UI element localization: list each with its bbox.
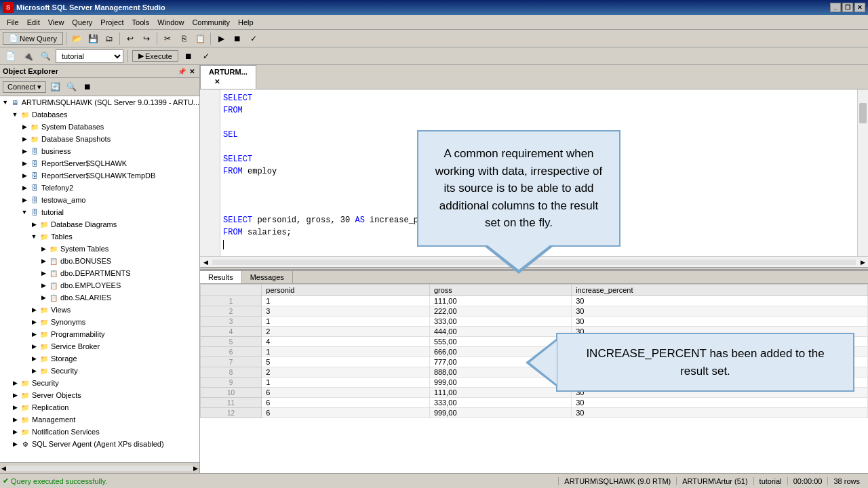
scroll-left-icon[interactable]: ◀ [1, 465, 6, 472]
oe-close-button[interactable]: ✕ [187, 66, 197, 76]
new-query-button[interactable]: 📄 New Query [3, 32, 63, 45]
expand-icon-reportserver[interactable]: ▶ [20, 159, 28, 167]
restore-button[interactable]: ❐ [842, 3, 853, 12]
tree-item-snapshots[interactable]: ▶ 📁 Database Snapshots [0, 133, 199, 145]
tree-item-views[interactable]: ▶ 📁 Views [0, 304, 199, 316]
redo-button[interactable]: ↪ [139, 31, 154, 46]
stop-button-oe[interactable]: ⏹ [80, 79, 95, 94]
parse-query-button[interactable]: ✓ [199, 49, 214, 64]
editor-tab-arturm[interactable]: ARTURM... ✕ [200, 65, 256, 89]
expand-icon-security-top[interactable]: ▶ [11, 379, 19, 387]
menu-file[interactable]: File [3, 17, 23, 28]
tree-item-servicebroker[interactable]: ▶ 📁 Service Broker [0, 340, 199, 352]
execute-button[interactable]: ▶ Execute [132, 50, 178, 62]
expand-icon-programmability[interactable]: ▶ [30, 330, 38, 338]
minimize-button[interactable]: _ [830, 3, 841, 12]
tree-item-synonyms[interactable]: ▶ 📁 Synonyms [0, 316, 199, 328]
menu-query[interactable]: Query [68, 17, 96, 28]
expand-icon-notifsvcs[interactable]: ▶ [11, 428, 19, 436]
menu-edit[interactable]: Edit [23, 17, 44, 28]
close-button[interactable]: ✕ [854, 3, 865, 12]
tree-item-programmability[interactable]: ▶ 📁 Programmability [0, 328, 199, 340]
expand-icon-server[interactable]: ▼ [1, 98, 9, 106]
expand-icon-synonyms[interactable]: ▶ [30, 318, 38, 326]
expand-icon-views[interactable]: ▶ [30, 306, 38, 314]
expand-icon-storage[interactable]: ▶ [30, 354, 38, 363]
menu-help[interactable]: Help [234, 17, 258, 28]
tab-close-button[interactable]: ✕ [212, 76, 222, 87]
tree-item-notifsvcs[interactable]: ▶ 📁 Notification Services [0, 426, 199, 438]
expand-icon-management[interactable]: ▶ [11, 415, 19, 424]
menu-community[interactable]: Community [188, 17, 234, 28]
save-all-button[interactable]: 🗂 [102, 31, 117, 46]
tb2-btn2[interactable]: 🔌 [20, 49, 35, 64]
expand-icon-snapshots[interactable]: ▶ [20, 135, 28, 143]
expand-icon-departments[interactable]: ▶ [39, 269, 47, 277]
copy-button[interactable]: ⎘ [176, 31, 191, 46]
expand-icon-tables[interactable]: ▼ [30, 232, 38, 241]
expand-icon-systables[interactable]: ▶ [39, 245, 47, 253]
expand-icon-business[interactable]: ▶ [20, 147, 28, 155]
database-selector[interactable]: tutorial [56, 49, 123, 63]
stop-button[interactable]: ⏹ [230, 31, 245, 46]
tree-item-reportserver[interactable]: ▶ 🗄 ReportServer$SQLHAWK [0, 157, 199, 169]
tree-item-testowa[interactable]: ▶ 🗄 testowa_amo [0, 194, 199, 206]
expand-icon-security-tutorial[interactable]: ▶ [30, 367, 38, 375]
expand-icon-databases[interactable]: ▼ [11, 110, 19, 119]
expand-icon-sysdb[interactable]: ▶ [20, 123, 28, 131]
debug-button[interactable]: ▶ [214, 31, 229, 46]
scroll-right-btn[interactable]: ▶ [857, 257, 868, 268]
expand-icon-bonuses[interactable]: ▶ [39, 257, 47, 265]
tree-item-management[interactable]: ▶ 📁 Management [0, 413, 199, 426]
tb2-btn1[interactable]: 📄 [3, 49, 18, 64]
query-scroll-thumb[interactable] [859, 103, 867, 123]
expand-icon-employees[interactable]: ▶ [39, 281, 47, 289]
tree-item-replication[interactable]: ▶ 📁 Replication [0, 401, 199, 413]
expand-icon-salaries[interactable]: ▶ [39, 293, 47, 302]
save-button[interactable]: 💾 [85, 31, 100, 46]
tree-item-business[interactable]: ▶ 🗄 business [0, 145, 199, 157]
expand-icon-dbdiagrams[interactable]: ▶ [30, 220, 38, 228]
query-scrollbar[interactable] [857, 89, 868, 256]
tree-item-salaries[interactable]: ▶ 📋 dbo.SALARIES [0, 291, 199, 304]
oe-pin-button[interactable]: 📌 [177, 66, 186, 76]
tree-item-security-top[interactable]: ▶ 📁 Security [0, 377, 199, 389]
results-tab-messages[interactable]: Messages [242, 271, 293, 283]
expand-icon-replication[interactable]: ▶ [11, 403, 19, 411]
filter-button[interactable]: 🔍 [64, 79, 79, 94]
connect-button[interactable]: Connect ▾ [3, 81, 46, 93]
cut-button[interactable]: ✂ [160, 31, 175, 46]
expand-icon-sqlagent[interactable]: ▶ [11, 440, 19, 448]
expand-icon-telefony2[interactable]: ▶ [20, 184, 28, 192]
menu-view[interactable]: View [44, 17, 68, 28]
tree-item-server[interactable]: ▼ 🖥 ARTURM\SQLHAWK (SQL Server 9.0.1399 … [0, 96, 199, 108]
expand-icon-servicebroker[interactable]: ▶ [30, 342, 38, 350]
results-tab-results[interactable]: Results [200, 271, 242, 283]
tree-item-dbdiagrams[interactable]: ▶ 📁 Database Diagrams [0, 218, 199, 230]
parse-button[interactable]: ✓ [246, 31, 261, 46]
paste-button[interactable]: 📋 [193, 31, 208, 46]
expand-icon-serverobjects[interactable]: ▶ [11, 391, 19, 399]
tree-item-tutorial[interactable]: ▼ 🗄 tutorial [0, 206, 199, 218]
tree-item-telefony2[interactable]: ▶ 🗄 Telefony2 [0, 182, 199, 194]
expand-icon-tutorial[interactable]: ▼ [20, 208, 28, 216]
tree-item-employees[interactable]: ▶ 📋 dbo.EMPLOYEES [0, 279, 199, 291]
expand-icon-testowa[interactable]: ▶ [20, 196, 28, 204]
undo-button[interactable]: ↩ [123, 31, 138, 46]
tree-item-bonuses[interactable]: ▶ 📋 dbo.BONUSES [0, 255, 199, 267]
refresh-button[interactable]: 🔄 [47, 79, 62, 94]
tree-item-reportservertmp[interactable]: ▶ 🗄 ReportServer$SQLHAWKTempDB [0, 169, 199, 182]
tree-item-sqlagent[interactable]: ▶ ⚙ SQL Server Agent (Agent XPs disabled… [0, 438, 199, 450]
menu-window[interactable]: Window [153, 17, 188, 28]
scroll-left-btn[interactable]: ◀ [200, 257, 211, 268]
oe-scroll-track[interactable] [6, 466, 193, 471]
tree-item-security-tutorial[interactable]: ▶ 📁 Security [0, 365, 199, 377]
tree-item-tables[interactable]: ▼ 📁 Tables [0, 230, 199, 243]
tree-item-storage[interactable]: ▶ 📁 Storage [0, 352, 199, 365]
tree-item-systables[interactable]: ▶ 📁 System Tables [0, 243, 199, 255]
tree-item-sysdb[interactable]: ▶ 📁 System Databases [0, 121, 199, 133]
tb2-btn3[interactable]: 🔍 [38, 49, 53, 64]
tree-item-serverobjects[interactable]: ▶ 📁 Server Objects [0, 389, 199, 401]
stop-execute-button[interactable]: ⏹ [181, 49, 196, 64]
scroll-right-icon[interactable]: ▶ [193, 465, 198, 472]
